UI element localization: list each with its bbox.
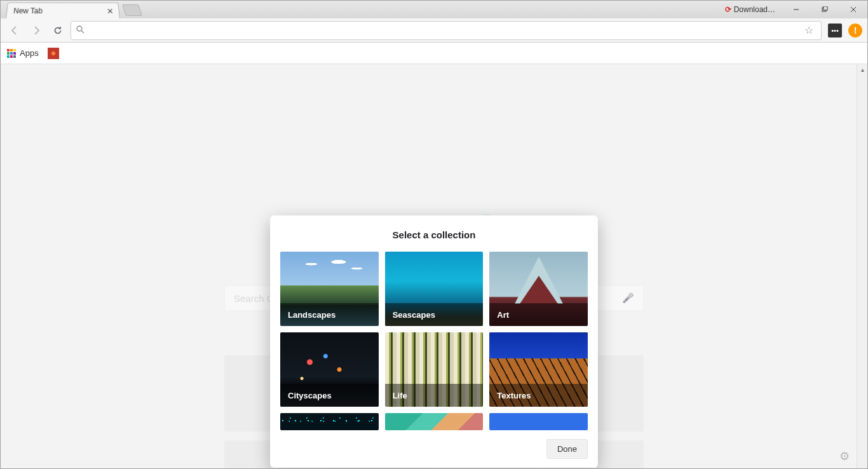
reload-button[interactable] (49, 22, 67, 39)
bookmarks-bar: Apps (1, 43, 867, 64)
maximize-button[interactable] (810, 1, 839, 18)
bookmark-favicon (48, 48, 59, 59)
collection-seascapes[interactable]: Seascapes (385, 252, 484, 326)
collection-partial[interactable] (489, 413, 588, 430)
collection-cityscapes[interactable]: Cityscapes (280, 332, 379, 407)
dialog-scrim: Select a collection Landscapes Seascapes… (1, 64, 867, 468)
collection-landscapes[interactable]: Landscapes (280, 252, 379, 326)
svg-rect-2 (824, 6, 827, 10)
bookmark-star-icon[interactable]: ☆ (802, 24, 816, 36)
download-indicator[interactable]: ⟳ Download… (719, 5, 782, 14)
window-controls: ⟳ Download… (719, 1, 867, 18)
collection-label: Art (497, 310, 509, 320)
download-icon: ⟳ (725, 5, 731, 14)
select-collection-dialog: Select a collection Landscapes Seascapes… (270, 215, 598, 468)
tab-new-tab[interactable]: New Tab ✕ (6, 3, 120, 18)
address-input[interactable] (88, 25, 802, 36)
collection-life[interactable]: Life (385, 332, 484, 407)
address-bar[interactable]: ☆ (71, 21, 822, 40)
collection-label: Life (393, 391, 407, 400)
back-button[interactable] (6, 22, 24, 39)
done-button[interactable]: Done (546, 439, 588, 459)
search-icon (76, 25, 85, 36)
collection-label: Cityscapes (288, 391, 332, 400)
svg-line-6 (81, 31, 84, 33)
minimize-button[interactable] (782, 1, 810, 18)
extension-button[interactable]: ••• (828, 24, 842, 37)
collection-thumbnail (489, 413, 588, 430)
collections-grid: Landscapes Seascapes Art Cityscapes (270, 252, 598, 430)
collection-label: Textures (497, 391, 531, 400)
collection-art[interactable]: Art (489, 252, 588, 326)
collection-thumbnail (385, 413, 484, 430)
dialog-title: Select a collection (270, 215, 598, 252)
tab-strip: New Tab ✕ ⟳ Download… (1, 1, 867, 18)
collection-label: Seascapes (393, 310, 435, 320)
apps-label: Apps (20, 48, 39, 58)
browser-window: New Tab ✕ ⟳ Download… ☆ ••• ! Ap (0, 0, 868, 469)
apps-shortcut[interactable]: Apps (7, 48, 39, 58)
profile-button[interactable]: ! (848, 24, 862, 37)
collection-partial[interactable] (385, 413, 484, 430)
tab-title: New Tab (13, 6, 43, 15)
toolbar: ☆ ••• ! (1, 18, 867, 43)
collection-label: Landscapes (288, 310, 336, 320)
close-tab-icon[interactable]: ✕ (106, 6, 114, 16)
collection-thumbnail (280, 413, 379, 430)
close-window-button[interactable] (839, 1, 867, 18)
collection-textures[interactable]: Textures (489, 332, 588, 407)
apps-icon (7, 49, 16, 58)
download-label: Download… (734, 5, 775, 14)
bookmark-item[interactable] (48, 48, 59, 59)
collection-partial[interactable] (280, 413, 379, 430)
forward-button[interactable] (27, 22, 45, 39)
new-tab-button[interactable] (122, 4, 142, 16)
dialog-actions: Done (270, 430, 598, 468)
svg-point-5 (77, 26, 82, 31)
page-content: Google Search Go 🎤 ⚙ ▴ Select a collecti… (1, 64, 867, 468)
